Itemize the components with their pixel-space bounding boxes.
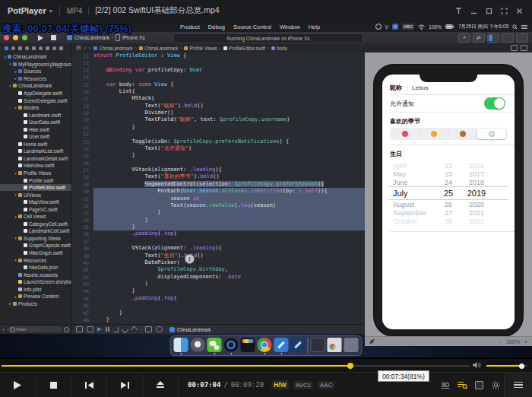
token: "喜欢的季节"	[161, 173, 194, 179]
file-label: ChinaLandmark	[13, 54, 46, 59]
disclosure-icon: ▸	[8, 301, 13, 306]
picker-row: May232017	[382, 170, 515, 178]
titlebar: PotPlayer ▾ MP4 | [2/2] 002 SwiftUI基础部分总…	[0, 0, 532, 22]
picker-row: October282022	[382, 217, 515, 225]
minimize-button[interactable]	[467, 5, 480, 17]
code-line: 11struct ProfileEditor : View {	[72, 52, 365, 59]
settings-button[interactable]	[487, 373, 504, 397]
file-label: Supporting Views	[24, 236, 61, 241]
playground-icon	[13, 62, 17, 66]
line-number: 29	[72, 181, 93, 188]
token: (alignment:	[151, 245, 190, 251]
playlist-panel-button[interactable]	[504, 373, 532, 397]
token: ).	[234, 202, 240, 208]
token: View	[154, 81, 167, 87]
open-media-button[interactable]	[143, 373, 179, 397]
nickname-value: Lebus	[412, 84, 429, 91]
swift-icon	[24, 200, 27, 204]
navigator-row: ▾Models	[0, 104, 71, 112]
file-label: Info.plist	[24, 287, 41, 292]
token: Season	[199, 188, 218, 194]
file-label: GraphCapsule.swift	[29, 243, 71, 248]
token: Text	[144, 103, 157, 109]
activity-status: Running ChinaLandmark on iPhone Xs	[173, 33, 363, 43]
seek-handle[interactable]	[347, 363, 353, 369]
token: {	[151, 95, 154, 101]
seek-hover-tooltip: 00:07:34(81%)	[378, 370, 429, 382]
issue-navigator-icon	[32, 46, 36, 50]
seek-bar[interactable]	[2, 365, 470, 367]
close-button[interactable]	[513, 5, 526, 17]
menu-item: Window	[280, 24, 300, 30]
token: (selection:	[196, 181, 235, 187]
location-simulate-icon	[156, 326, 163, 332]
disclosure-icon: ▾	[13, 236, 18, 240]
next-button[interactable]	[107, 373, 143, 397]
input-source-a-icon: A	[392, 24, 398, 30]
code-line: 34 }	[72, 217, 365, 224]
line-number: 25	[72, 152, 93, 159]
3d-mode-button[interactable]: 3D	[437, 373, 454, 397]
iphone-screen: 昵称 Lebus 允许通知 喜欢的季节	[382, 75, 515, 329]
seek-progress	[2, 365, 350, 367]
line-number: 44	[72, 287, 93, 294]
input-source-abc-badge: ABC	[402, 24, 414, 30]
token: Text	[144, 173, 157, 179]
sun-icon	[431, 131, 437, 137]
token: in	[193, 195, 199, 202]
subtitle-panel-button[interactable]	[470, 373, 487, 397]
line-number: 27	[72, 167, 93, 173]
storyboard-icon	[18, 280, 22, 284]
video-surface[interactable]: 搜索: 00:07:04(关键帧) (75%) ProductDebugSour…	[0, 21, 532, 357]
maximize-button[interactable]	[483, 5, 496, 17]
code-line: 12	[72, 59, 365, 66]
code-line: 29 SegmentedControl(selection: $profileC…	[72, 181, 365, 188]
fullscreen-button[interactable]	[498, 5, 511, 17]
navigator-row: MapView.swift	[0, 198, 71, 206]
volume-handle[interactable]	[519, 364, 524, 369]
navigator-row: ProfileEditor.swift	[0, 184, 71, 192]
breadcrumb-label: ChinaLandmark	[99, 46, 132, 51]
stop-button[interactable]	[36, 373, 71, 397]
scheme-chevron: ›	[112, 35, 113, 40]
app-menu-button[interactable]: PotPlayer	[8, 6, 46, 15]
filter-placeholder: Filter	[17, 327, 27, 332]
code-line: 40 DatePicker(	[72, 259, 365, 266]
play-button[interactable]	[0, 373, 36, 397]
code-text: )	[93, 281, 365, 287]
code-line: 44 }	[72, 287, 365, 294]
trash-icon	[344, 338, 359, 352]
token: Toggle	[132, 138, 151, 145]
picker-day: 23	[437, 170, 460, 178]
running-indicator	[230, 353, 232, 354]
token: bold	[184, 103, 197, 109]
pin-button[interactable]	[452, 5, 465, 17]
disclosure-icon: ▸	[13, 69, 18, 74]
file-label: LandmarkCell.swift	[29, 228, 69, 233]
previous-button[interactable]	[71, 373, 107, 397]
navigator-row: LaunchScreen.storyboard	[0, 278, 71, 286]
season-segment-leaf	[448, 129, 477, 139]
navigator-row: hikeData.json	[0, 264, 71, 272]
token: }	[93, 224, 135, 230]
text-cursor-icon: I	[185, 254, 195, 264]
project-icon	[8, 55, 11, 59]
token: .top	[161, 295, 174, 301]
line-number: 42	[72, 274, 93, 281]
picker-month: April	[382, 162, 437, 170]
playlist-search-button[interactable]	[454, 373, 470, 397]
token: ,	[225, 266, 228, 272]
swift-icon	[24, 243, 27, 247]
volume-slider[interactable]	[486, 365, 527, 367]
swift-icon	[18, 91, 22, 95]
token: var	[132, 67, 148, 73]
picker-year: 2021	[460, 209, 493, 217]
token: (	[177, 259, 180, 265]
season-section-label: 喜欢的季节	[382, 116, 515, 127]
token: View	[167, 52, 180, 59]
code-text: Text(season.rawValue).tag(season)	[93, 202, 365, 209]
token: struct	[93, 52, 116, 59]
picker-year: 2016	[460, 162, 493, 170]
hide-debug-area-icon	[76, 326, 83, 332]
volume-icon[interactable]	[473, 361, 482, 369]
